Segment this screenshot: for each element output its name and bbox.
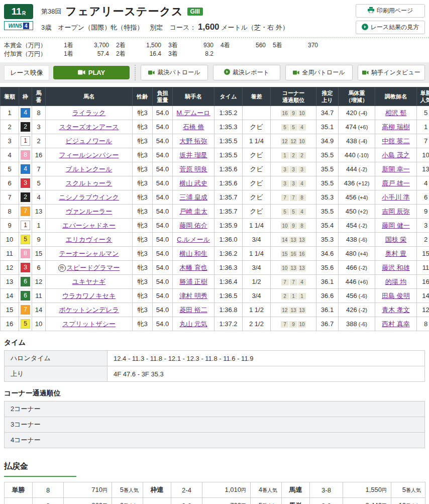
payout-type: 枠連 <box>143 482 171 498</box>
horse-name-link[interactable]: エバーシャドネー <box>62 222 116 229</box>
win-popularity: 14 <box>417 289 429 303</box>
trainer-cell: 中舘 英二 <box>375 134 417 148</box>
payout-popularity: 10番人気 <box>391 498 425 504</box>
bracket-cell: 6 <box>19 275 32 289</box>
trainer-name-link[interactable]: 高柳 瑞樹 <box>382 123 410 131</box>
trainer-name-link[interactable]: 藤沢 和雄 <box>382 264 410 271</box>
horse-name-link[interactable]: エリカヴィータ <box>66 236 113 243</box>
horse-name-link[interactable]: ヴァンルーラー <box>66 208 113 215</box>
horse-weight-cell: 450 (+2) <box>339 205 375 219</box>
prize-amount: 560 <box>238 42 266 49</box>
jockey-name-link[interactable]: 横山 和生 <box>179 250 207 257</box>
jockey-cell: 菅原 明良 <box>173 162 214 176</box>
corner-position-chip: 12 <box>281 138 288 145</box>
video-button-騎手インタビュー[interactable]: 騎手インタビュー <box>358 65 425 80</box>
trainer-name-link[interactable]: 小島 茂之 <box>382 151 410 159</box>
margin: クビ <box>243 176 271 190</box>
margin: 3/4 <box>243 289 271 303</box>
jockey-name-link[interactable]: 菱田 裕二 <box>179 306 207 314</box>
print-page-button[interactable]: 印刷用ページ <box>356 4 425 18</box>
jockey-name-link[interactable]: 菅原 明良 <box>179 165 207 173</box>
jockey-name-link[interactable]: 戸崎 圭太 <box>179 208 207 215</box>
trainer-name-link[interactable]: 新開 幸一 <box>382 165 410 173</box>
trainer-name-link[interactable]: 吉岡 辰弥 <box>382 208 410 215</box>
bracket-cell: 7 <box>19 205 32 219</box>
horse-name-link[interactable]: ブルトンクール <box>66 165 113 173</box>
race-badges: 11R WIN5 4 <box>4 4 35 30</box>
results-column-header: 調教師名 <box>375 87 417 106</box>
jockey-name-link[interactable]: 勝浦 正樹 <box>179 278 207 285</box>
trainer-name-link[interactable]: 的場 均 <box>385 278 407 285</box>
video-button-裁決パトロール[interactable]: 裁決パトロール <box>141 65 208 80</box>
trainer-name-link[interactable]: 西村 真幸 <box>382 320 410 328</box>
trainer-name-link[interactable]: 中舘 英二 <box>382 137 410 145</box>
jockey-name-link[interactable]: 木幡 育也 <box>179 264 207 271</box>
play-button[interactable]: PLAY <box>53 66 130 79</box>
jockey-name-link[interactable]: C.ルメール <box>177 236 210 243</box>
jockey-name-link[interactable]: M.デムーロ <box>176 109 210 117</box>
corner-position-chip: 4 <box>298 279 306 285</box>
horse-number: 13 <box>32 205 46 219</box>
finish-time: 1:35.7 <box>214 205 243 219</box>
horse-name-link[interactable]: ニシノラブウインク <box>59 193 119 201</box>
carried-weight: 54.0 <box>153 148 173 162</box>
jockey-name-link[interactable]: 坂井 瑠星 <box>179 151 207 159</box>
race-round: 第38回 <box>41 7 61 16</box>
corner-positions-cell: 151616 <box>271 247 316 261</box>
time-body: ハロンタイム12.4 - 11.3 - 11.8 - 12.1 - 12.3 -… <box>5 351 425 382</box>
finish-time: 1:35.6 <box>214 176 243 190</box>
popularity-suffix: 番人気 <box>262 487 277 493</box>
horse-name-cell: ライラック <box>46 106 133 120</box>
margin <box>243 106 271 120</box>
horse-name-link[interactable]: ポケットシンデレラ <box>59 306 119 314</box>
jockey-name-link[interactable]: 藤岡 佑介 <box>179 222 207 229</box>
corner-row-label: 2コーナー <box>5 401 425 417</box>
trainer-name-link[interactable]: 鹿戸 雄一 <box>382 179 410 187</box>
corner-body: 2コーナー3コーナー4コーナー <box>5 401 425 448</box>
finish-position: 5 <box>1 162 19 176</box>
trainer-name-link[interactable]: 国枝 栄 <box>385 236 407 243</box>
horse-name-link[interactable]: ウラカワノキセキ <box>62 292 116 299</box>
sex-age: 牝3 <box>133 275 153 289</box>
time-row-value: 12.4 - 11.3 - 11.8 - 12.1 - 12.3 - 11.8 … <box>108 351 425 366</box>
horse-name-cell: スクルトゥーラ <box>46 176 133 190</box>
corner-position-chip: 3 <box>290 166 297 173</box>
jockey-name-link[interactable]: 石橋 脩 <box>183 123 204 131</box>
corner-table: 2コーナー3コーナー4コーナー <box>4 401 425 448</box>
horse-weight: 420 <box>346 109 357 117</box>
finish-position: 14 <box>1 289 19 303</box>
trainer-cell: 相沢 郁 <box>375 106 417 120</box>
video-button-裁決レポート[interactable]: 裁決レポート <box>213 65 280 80</box>
horse-name-link[interactable]: フィールシンパシー <box>59 151 119 159</box>
jockey-name-link[interactable]: 横山 武史 <box>179 179 207 187</box>
trainer-name-link[interactable]: 奥村 豊 <box>385 250 407 257</box>
horse-name-link[interactable]: スピードグラマー <box>67 264 120 271</box>
jockey-name-link[interactable]: 津村 明秀 <box>179 292 207 299</box>
corner-positions-cell: 334 <box>271 176 316 190</box>
video-button-全周パトロール[interactable]: 全周パトロール <box>285 65 353 80</box>
horse-name-link[interactable]: ライラック <box>72 109 106 117</box>
horse-number: 16 <box>32 148 46 162</box>
horse-name-link[interactable]: ユキヤナギ <box>72 278 106 285</box>
trainer-name-link[interactable]: 田島 俊明 <box>382 292 410 299</box>
horse-weight: 426 <box>346 306 357 314</box>
bracket-number: 2 <box>21 192 30 202</box>
horse-name-link[interactable]: スクルトゥーラ <box>66 179 113 187</box>
trainer-name-link[interactable]: 青木 孝文 <box>382 306 410 314</box>
jockey-name-link[interactable]: 丸山 元気 <box>179 320 207 328</box>
horse-name-link[interactable]: スプリットザシー <box>62 320 116 328</box>
horse-weight-cell: 438 (-4) <box>339 134 375 148</box>
trainer-name-link[interactable]: 相沢 郁 <box>385 109 407 117</box>
result-row: 11815テーオーシャルマン牝354.0横山 和生1:36.21 1/41516… <box>1 247 429 261</box>
corner-position-chip: 4 <box>298 124 306 131</box>
result-guide-button[interactable]: レース結果の見方 <box>356 21 425 34</box>
horse-name-link[interactable]: ビジュノワール <box>66 137 113 145</box>
horse-name-link[interactable]: テーオーシャルマン <box>59 250 119 257</box>
horse-name-link[interactable]: スターズオンアース <box>59 123 119 131</box>
horse-name-cell: エバーシャドネー <box>46 219 133 233</box>
trainer-name-link[interactable]: 小手川 準 <box>382 193 410 201</box>
jockey-name-link[interactable]: 三浦 皇成 <box>179 193 207 201</box>
trainer-name-link[interactable]: 藤岡 健一 <box>382 222 410 229</box>
horse-weight-cell: 480 (+4) <box>339 247 375 261</box>
jockey-name-link[interactable]: 大野 拓弥 <box>179 137 207 145</box>
